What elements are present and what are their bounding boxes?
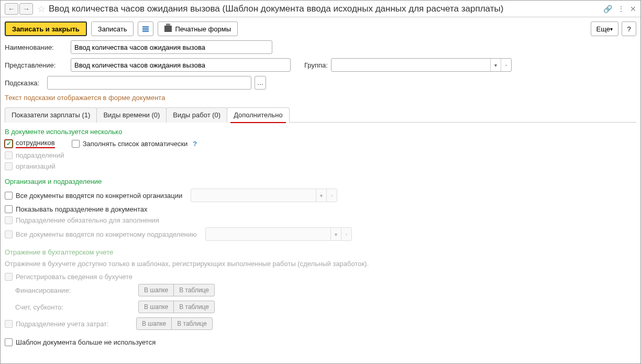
dept-required-checkbox xyxy=(5,216,13,224)
by-dept-label: Все документы вводятся по конкретному по… xyxy=(16,230,197,238)
toolbar: Записать и закрыть Записать Печатные фор… xyxy=(1,17,640,40)
hint-input[interactable] xyxy=(47,76,251,90)
open-icon[interactable]: ▫ xyxy=(501,59,511,71)
account-table-button: В таблице xyxy=(173,301,215,313)
register-acct-checkbox xyxy=(5,273,13,281)
more-icon[interactable]: ⋮ xyxy=(617,5,625,13)
autofill-checkbox[interactable] xyxy=(72,140,80,148)
repr-label: Представление: xyxy=(5,61,68,69)
register-acct-label: Регистрировать сведения о бухучете xyxy=(16,273,132,281)
repr-input[interactable] xyxy=(71,58,291,72)
by-org-checkbox[interactable] xyxy=(5,192,13,200)
financing-label: Финансирование: xyxy=(15,286,133,294)
print-button[interactable]: Печатные формы xyxy=(158,21,238,36)
by-org-label: Все документы вводятся по конкретной орг… xyxy=(16,192,182,200)
group-label: Группа: xyxy=(304,61,328,69)
window-header: ← → ☆ Ввод количества часов ожидания выз… xyxy=(1,1,640,17)
financing-header-button: В шапке xyxy=(138,284,174,296)
printer-icon xyxy=(164,26,172,32)
window-title: Ввод количества часов ожидания вызова (Ш… xyxy=(49,4,603,14)
account-label: Счет, субконто: xyxy=(15,303,133,311)
dropdown-icon: ▾ xyxy=(330,228,341,240)
link-icon[interactable]: 🔗 xyxy=(603,5,612,13)
name-input[interactable] xyxy=(71,40,272,54)
tabs: Показатели зарплаты (1) Виды времени (0)… xyxy=(5,107,636,123)
autofill-label: Заполнять список автоматически xyxy=(83,140,188,148)
tab-time-types[interactable]: Виды времени (0) xyxy=(96,107,167,123)
cost-dept-label: Подразделение учета затрат: xyxy=(16,320,131,328)
account-header-button: В шапке xyxy=(138,301,174,313)
employees-checkbox[interactable] xyxy=(5,140,13,148)
departments-checkbox xyxy=(5,151,13,159)
save-button[interactable]: Записать xyxy=(91,21,134,36)
list-button[interactable] xyxy=(138,21,153,36)
not-used-label: Шаблон документа больше не используется xyxy=(16,338,156,346)
dropdown-icon[interactable]: ▾ xyxy=(490,59,501,71)
list-icon xyxy=(142,26,149,32)
tab-indicators[interactable]: Показатели зарплаты (1) xyxy=(5,107,97,123)
more-button[interactable]: Еще xyxy=(591,21,618,36)
cost-dept-checkbox xyxy=(5,320,13,328)
tab-content: В документе используется несколько сотру… xyxy=(5,123,636,355)
section-multi-title: В документе используется несколько xyxy=(5,128,636,136)
organizations-checkbox xyxy=(5,162,13,170)
name-label: Наименование: xyxy=(5,43,68,51)
costdept-header-button: В шапке xyxy=(136,317,172,330)
nav-back-button[interactable]: ← xyxy=(5,3,18,15)
tab-additional[interactable]: Дополнительно xyxy=(227,107,290,123)
nav-forward-button[interactable]: → xyxy=(19,3,33,15)
dept-required-label: Подразделение обязательно для заполнения xyxy=(16,216,159,224)
org-lookup: ▾ ▫ xyxy=(191,189,337,202)
favorite-icon[interactable]: ☆ xyxy=(37,3,46,15)
organizations-label: организаций xyxy=(16,162,56,170)
help-button[interactable]: ? xyxy=(622,21,636,36)
dropdown-icon: ▾ xyxy=(316,189,326,202)
by-dept-checkbox xyxy=(5,230,13,238)
departments-label: подразделений xyxy=(16,151,64,159)
open-icon: ▫ xyxy=(341,228,351,240)
open-icon: ▫ xyxy=(326,189,337,202)
section-org-title: Организация и подразделение xyxy=(5,178,636,185)
hint-help-text: Текст подсказки отображается в форме док… xyxy=(5,94,636,102)
dept-lookup: ▾ ▫ xyxy=(205,227,352,241)
close-icon[interactable]: ✕ xyxy=(630,5,636,13)
group-select[interactable]: ▾ ▫ xyxy=(331,58,512,72)
save-close-button[interactable]: Записать и закрыть xyxy=(5,21,87,36)
financing-table-button: В таблице xyxy=(173,284,215,296)
show-dept-label: Показывать подразделение в документах xyxy=(16,205,147,213)
tab-work-types[interactable]: Виды работ (0) xyxy=(166,107,227,123)
not-used-checkbox[interactable] xyxy=(5,338,13,346)
hint-label: Подсказка: xyxy=(5,79,44,87)
employees-label: сотрудников xyxy=(16,139,55,148)
costdept-table-button: В таблице xyxy=(171,317,213,330)
help-icon[interactable]: ? xyxy=(193,140,197,148)
acct-note: Отражение в бухучете доступно только в ш… xyxy=(5,259,636,269)
show-dept-checkbox[interactable] xyxy=(5,205,13,213)
hint-ellipsis-button[interactable]: … xyxy=(255,76,266,90)
section-acct-title: Отражение в бухгалтерском учете xyxy=(5,248,636,256)
